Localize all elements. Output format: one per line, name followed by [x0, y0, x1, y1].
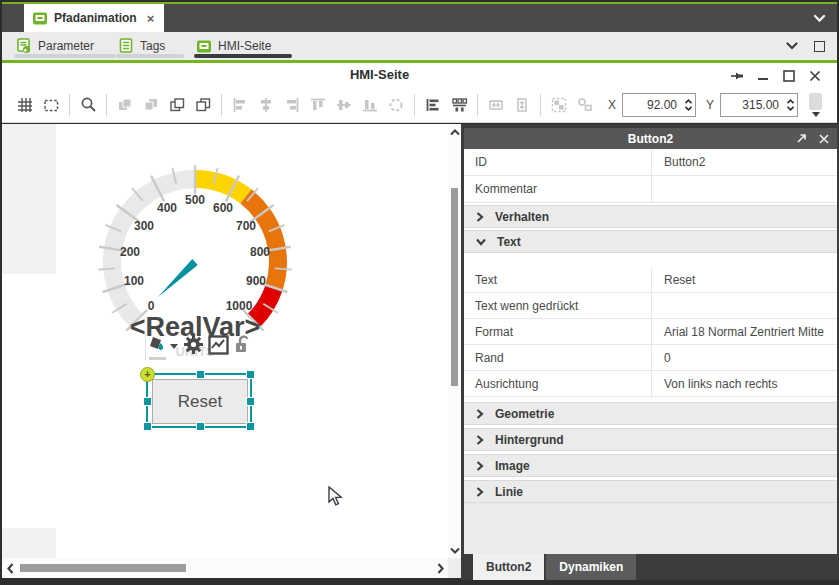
send-to-back-icon[interactable]	[191, 93, 215, 117]
property-value[interactable]	[651, 293, 837, 318]
y-coordinate-stepper[interactable]: 315.00	[720, 93, 798, 117]
vertical-scroll-thumb[interactable]	[451, 188, 458, 386]
lock-open-icon[interactable]	[233, 334, 252, 355]
section-verhalten[interactable]: Verhalten	[464, 205, 837, 228]
marquee-select-icon[interactable]	[39, 93, 63, 117]
selection-handle-sw[interactable]	[143, 422, 152, 431]
selection-handle-se[interactable]	[246, 422, 255, 431]
property-row-text-gedrueckt[interactable]: Text wenn gedrückt	[464, 293, 837, 319]
gauge-tick-label: 300	[124, 219, 164, 233]
stepper-arrows-icon[interactable]	[681, 94, 695, 116]
tab-tags[interactable]: Tags	[116, 32, 184, 60]
tab-parameter[interactable]: Parameter	[14, 32, 116, 60]
tags-icon	[118, 38, 134, 54]
panel-tab-button2[interactable]: Button2	[473, 554, 544, 580]
stepper-arrows-icon[interactable]	[783, 94, 797, 116]
tab-hmi-seite[interactable]: HMI-Seite	[194, 32, 292, 60]
widget-toolbar-separator	[145, 334, 146, 360]
panel-bottom-tabs: Button2 Dynamiken	[464, 554, 837, 580]
send-backward-icon[interactable]	[139, 93, 163, 117]
trend-chart-icon[interactable]	[208, 335, 229, 355]
fill-color-icon[interactable]	[148, 335, 167, 356]
property-row-text[interactable]: Text Reset	[464, 267, 837, 293]
group-icon[interactable]	[547, 93, 571, 117]
panel-close-icon[interactable]	[819, 134, 829, 144]
properties-panel-header[interactable]: Button2	[464, 128, 837, 149]
align-right-icon[interactable]	[280, 93, 304, 117]
bring-forward-icon[interactable]	[113, 93, 137, 117]
hmi-page-canvas[interactable]: 0 100 200 300 400 500 600 700 800 900 10…	[2, 124, 448, 558]
same-height-icon[interactable]	[510, 93, 534, 117]
x-coordinate-stepper[interactable]: 92.00	[622, 93, 696, 117]
property-row-format[interactable]: Format Arial 18 Normal Zentriert Mitte	[464, 319, 837, 345]
selection-handle-e[interactable]	[246, 397, 255, 406]
selection-rectangle[interactable]: +	[146, 373, 252, 428]
property-label: Text	[464, 267, 651, 292]
viewbar-maximize-icon[interactable]	[814, 41, 825, 52]
distribute-horizontal-icon[interactable]	[421, 93, 445, 117]
y-coordinate-label: Y	[706, 98, 714, 112]
section-label: Image	[495, 459, 530, 473]
property-row-kommentar[interactable]: Kommentar	[464, 176, 837, 203]
align-top-icon[interactable]	[306, 93, 330, 117]
rotate-icon[interactable]	[384, 93, 408, 117]
viewbar-chevron-down-icon[interactable]	[786, 42, 798, 50]
property-value[interactable]: Button2	[651, 149, 837, 175]
horizontal-scroll-thumb[interactable]	[20, 564, 186, 572]
section-linie[interactable]: Linie	[464, 480, 837, 503]
tab-pfadanimation[interactable]: Pfadanimation ×	[24, 4, 164, 32]
selection-handle-w[interactable]	[143, 397, 152, 406]
scroll-right-icon[interactable]	[434, 558, 446, 578]
gauge-tick-label: 800	[240, 245, 280, 259]
property-value[interactable]: Reset	[651, 267, 837, 292]
tab-close-icon[interactable]: ×	[147, 11, 155, 26]
gear-icon[interactable]	[182, 333, 205, 356]
property-row-id[interactable]: ID Button2	[464, 149, 837, 176]
tab-underline-active	[194, 54, 292, 58]
property-value[interactable]	[651, 176, 837, 202]
scroll-down-icon[interactable]	[448, 544, 461, 556]
dropdown-caret-icon[interactable]	[170, 344, 178, 349]
section-hintergrund[interactable]: Hintergrund	[464, 428, 837, 451]
same-width-icon[interactable]	[484, 93, 508, 117]
chevron-right-icon	[476, 212, 484, 222]
undock-icon[interactable]	[796, 133, 807, 144]
grid-icon[interactable]	[13, 93, 37, 117]
tab-overflow-chevron-icon[interactable]	[805, 7, 833, 29]
align-bottom-icon[interactable]	[358, 93, 382, 117]
pin-icon[interactable]	[729, 68, 745, 84]
section-label: Verhalten	[495, 210, 549, 224]
maximize-icon[interactable]	[781, 68, 797, 84]
panel-tab-dynamiken[interactable]: Dynamiken	[546, 554, 636, 580]
align-left-icon[interactable]	[228, 93, 252, 117]
selection-handle-ne[interactable]	[246, 370, 255, 379]
y-coordinate-value[interactable]: 315.00	[721, 98, 783, 112]
close-icon[interactable]	[807, 68, 823, 84]
bring-to-front-icon[interactable]	[165, 93, 189, 117]
section-image[interactable]: Image	[464, 454, 837, 477]
section-text[interactable]: Text	[464, 230, 837, 253]
toolbar-overflow-button[interactable]	[808, 93, 823, 117]
ungroup-icon[interactable]	[573, 93, 597, 117]
scroll-left-icon[interactable]	[4, 558, 16, 578]
gauge-tick-label: 200	[110, 245, 150, 259]
section-geometrie[interactable]: Geometrie	[464, 402, 837, 425]
property-value[interactable]: Von links nach rechts	[651, 371, 837, 396]
scroll-up-icon[interactable]	[448, 126, 461, 138]
align-middle-horizontal-icon[interactable]	[332, 93, 356, 117]
canvas-vertical-scrollbar[interactable]	[448, 124, 461, 558]
canvas-horizontal-scrollbar[interactable]	[2, 558, 448, 578]
tab-label: HMI-Seite	[218, 39, 271, 53]
minimize-icon[interactable]	[755, 68, 771, 84]
property-row-rand[interactable]: Rand 0	[464, 345, 837, 371]
property-row-ausrichtung[interactable]: Ausrichtung Von links nach rechts	[464, 371, 837, 397]
selection-handle-s[interactable]	[196, 422, 205, 431]
x-coordinate-value[interactable]: 92.00	[623, 98, 681, 112]
selection-handle-n[interactable]	[196, 370, 205, 379]
property-value[interactable]: Arial 18 Normal Zentriert Mitte	[651, 319, 837, 344]
zoom-icon[interactable]	[76, 93, 100, 117]
selection-origin-handle[interactable]: +	[140, 367, 155, 382]
distribute-vertical-icon[interactable]	[447, 93, 471, 117]
align-center-vertical-icon[interactable]	[254, 93, 278, 117]
property-value[interactable]: 0	[651, 345, 837, 370]
